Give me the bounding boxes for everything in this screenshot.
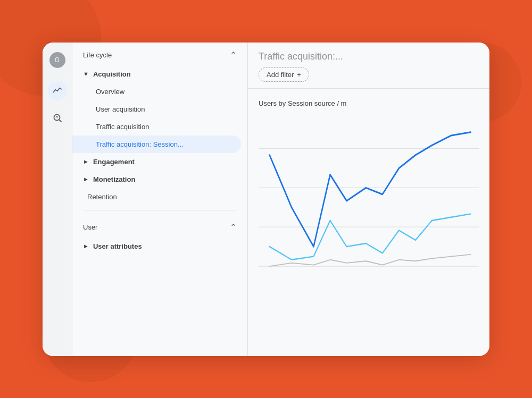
monetization-label: Monetization [93,175,135,183]
user-attributes-label: User attributes [93,242,142,250]
chart-title: Users by Session source / m [259,99,479,107]
nav-panel: Life cycle ⌃ ▼ Acquisition Overview User… [72,43,248,356]
overview-item[interactable]: Overview [72,83,241,100]
traffic-acquisition-label: Traffic acquisition [96,123,149,131]
user-attributes-arrow: ► [83,243,89,249]
retention-item[interactable]: Retention [72,188,241,206]
chart-container [259,116,479,286]
user-acquisition-label: User acquisition [96,105,145,113]
traffic-acquisition-session-item[interactable]: Traffic acquisition: Session... [72,136,241,153]
nav-divider [83,210,237,210]
user-section-label: User [83,223,97,231]
acquisition-label: Acquisition [93,70,131,78]
overview-label: Overview [96,88,124,96]
add-filter-label: Add filter [267,71,294,79]
lifecycle-section-header[interactable]: Life cycle ⌃ [72,43,247,65]
avatar[interactable]: G [49,52,65,68]
content-header: Traffic acquisition:... Add filter + [248,43,489,89]
acquisition-arrow: ▼ [83,71,89,77]
user-section-header[interactable]: User ⌃ [72,215,247,238]
chart-section: Users by Session source / m [248,89,489,356]
page-title: Traffic acquisition:... [259,51,479,62]
retention-label: Retention [87,193,117,201]
user-attributes-group[interactable]: ► User attributes [72,238,247,255]
svg-point-3 [54,114,60,120]
engagement-arrow: ► [83,158,89,165]
explore-icon-btn[interactable] [48,108,67,128]
main-card: G Life cycle ⌃ ▼ [43,43,489,356]
acquisition-group[interactable]: ▼ Acquisition [72,65,247,83]
svg-line-4 [59,120,61,122]
engagement-label: Engagement [93,158,135,166]
user-acquisition-item[interactable]: User acquisition [72,100,241,118]
svg-point-0 [54,89,55,90]
icon-rail: G [43,43,72,356]
svg-point-2 [59,87,60,88]
line-chart [259,116,479,286]
user-section-chevron: ⌃ [230,222,237,232]
lifecycle-label: Life cycle [83,51,112,59]
content-area: Traffic acquisition:... Add filter + Use… [248,43,489,356]
monetization-group[interactable]: ► Monetization [72,171,247,188]
lifecycle-chevron: ⌃ [230,50,237,60]
svg-point-1 [56,90,57,91]
add-filter-button[interactable]: Add filter + [259,67,309,82]
monetization-arrow: ► [83,176,89,182]
traffic-acquisition-session-label: Traffic acquisition: Session... [96,140,184,148]
add-filter-icon: + [297,71,301,79]
engagement-group[interactable]: ► Engagement [72,153,247,171]
reports-icon-btn[interactable] [48,81,67,100]
traffic-acquisition-item[interactable]: Traffic acquisition [72,118,241,136]
